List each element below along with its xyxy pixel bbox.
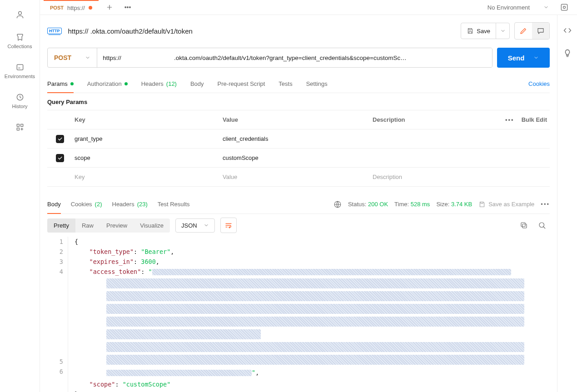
resp-tab-headers-count: (23) <box>137 201 148 208</box>
active-indicator-icon <box>70 82 74 85</box>
param-key-placeholder[interactable]: Key <box>73 174 223 180</box>
save-icon <box>478 201 486 208</box>
copy-response-button[interactable] <box>516 218 532 233</box>
view-raw[interactable]: Raw <box>75 218 100 233</box>
size-label: Size: <box>436 201 449 208</box>
table-row[interactable]: grant_type client_credentials <box>47 129 550 149</box>
svg-rect-1 <box>17 65 23 70</box>
size-value: 3.74 KB <box>451 201 472 208</box>
tab-settings[interactable]: Settings <box>306 75 328 93</box>
save-as-example-button[interactable]: Save as Example <box>478 201 534 208</box>
tab-headers-label: Headers <box>141 80 164 87</box>
code-token: "access_token" <box>90 268 141 275</box>
tab-params[interactable]: Params <box>47 75 74 93</box>
tab-params-label: Params <box>47 80 68 87</box>
code-token: "token_type" <box>90 248 134 255</box>
param-value[interactable]: customScope <box>223 154 373 161</box>
wrap-lines-button[interactable] <box>220 218 237 233</box>
time-value: 528 ms <box>411 201 430 208</box>
globe-icon[interactable] <box>333 200 342 208</box>
tab-overflow-button[interactable]: ••• <box>120 0 135 15</box>
environment-select[interactable]: No Environment <box>483 4 553 11</box>
nav-history[interactable]: History <box>0 88 40 114</box>
editor-mode-toggle <box>514 22 550 40</box>
body-format-value: JSON <box>181 222 197 229</box>
resp-tab-body-label: Body <box>47 201 61 208</box>
col-description: Description <box>373 116 495 123</box>
tab-prerequest[interactable]: Pre-request Script <box>218 75 265 93</box>
search-response-button[interactable] <box>534 218 550 233</box>
check-icon <box>57 136 63 142</box>
resp-tab-cookies-label: Cookies <box>71 201 92 208</box>
copy-icon <box>520 221 528 229</box>
save-button[interactable]: Save <box>461 23 510 39</box>
environment-quicklook-icon[interactable] <box>560 3 569 12</box>
right-context-bar <box>557 15 577 392</box>
resp-tab-body[interactable]: Body <box>47 195 61 213</box>
response-body-code[interactable]: 1234 56 { "token_type": "Bearer", "expir… <box>47 237 550 392</box>
request-name[interactable]: https:// .okta.com/oauth2/default/v1/tok… <box>68 27 193 35</box>
table-row-new[interactable]: Key Value Description <box>47 168 550 187</box>
code-snippet-icon[interactable] <box>563 26 572 35</box>
person-icon <box>15 10 25 19</box>
svg-rect-10 <box>521 223 525 227</box>
check-icon <box>57 155 63 161</box>
active-indicator-icon <box>124 82 128 85</box>
tab-authorization[interactable]: Authorization <box>87 75 128 93</box>
param-key[interactable]: grant_type <box>73 135 223 142</box>
svg-rect-5 <box>17 128 19 130</box>
comment-mode-button[interactable] <box>532 23 549 39</box>
body-format-select[interactable]: JSON <box>175 218 215 233</box>
resp-tab-headers-label: Headers <box>112 201 134 208</box>
tab-tests[interactable]: Tests <box>279 75 292 93</box>
resp-tab-headers[interactable]: Headers (23) <box>112 195 148 213</box>
row-checkbox[interactable] <box>56 135 64 143</box>
svg-point-7 <box>563 6 566 9</box>
save-label: Save <box>477 28 490 35</box>
build-mode-button[interactable] <box>515 23 532 39</box>
unsaved-dot-icon <box>89 6 92 10</box>
pencil-icon <box>519 27 527 35</box>
view-preview[interactable]: Preview <box>100 218 134 233</box>
nav-more[interactable] <box>0 118 40 136</box>
lightbulb-icon[interactable] <box>563 49 572 58</box>
more-options-button[interactable]: ••• <box>505 116 514 123</box>
table-row[interactable]: scope customScope <box>47 149 550 168</box>
save-dropdown[interactable] <box>496 23 509 39</box>
code-token: "expires_in" <box>90 258 134 265</box>
tab-method: POST <box>50 5 64 10</box>
code-token: "customScope" <box>123 381 171 388</box>
code-token: "scope" <box>90 381 115 388</box>
param-key[interactable]: scope <box>73 154 223 161</box>
save-example-label: Save as Example <box>488 201 534 208</box>
bulk-edit-button[interactable]: Bulk Edit <box>522 116 547 123</box>
request-tab[interactable]: POST https:// <box>44 0 99 15</box>
param-desc-placeholder[interactable]: Description <box>373 174 495 180</box>
param-value[interactable]: client_credentials <box>223 135 373 142</box>
response-more-button[interactable]: ••• <box>541 201 550 208</box>
view-pretty[interactable]: Pretty <box>47 218 75 233</box>
method-value: POST <box>54 54 71 61</box>
tab-tests-label: Tests <box>279 80 292 87</box>
row-checkbox[interactable] <box>56 154 64 162</box>
status-label: Status: <box>348 201 366 208</box>
resp-tab-test-results[interactable]: Test Results <box>158 195 190 213</box>
view-visualize[interactable]: Visualize <box>134 218 170 233</box>
cookies-link[interactable]: Cookies <box>528 80 550 87</box>
chevron-down-icon <box>543 5 549 10</box>
nav-environments[interactable]: Environments <box>0 58 40 84</box>
new-tab-button[interactable] <box>102 0 117 15</box>
line-gutter: 1234 56 <box>47 237 68 392</box>
nav-collections[interactable]: Collections <box>0 28 40 54</box>
http-badge-icon: HTTP <box>47 28 62 34</box>
method-select[interactable]: POST <box>48 48 97 67</box>
param-value-placeholder[interactable]: Value <box>223 174 373 180</box>
resp-tab-cookies[interactable]: Cookies (2) <box>71 195 102 213</box>
response-body-toolbar: Pretty Raw Preview Visualize JSON <box>47 214 550 237</box>
url-input[interactable] <box>97 48 492 67</box>
tab-headers[interactable]: Headers (12) <box>141 75 177 93</box>
account-menu[interactable] <box>0 5 40 24</box>
grid-plus-icon <box>15 123 25 132</box>
tab-body[interactable]: Body <box>190 75 204 93</box>
send-button[interactable]: Send <box>497 48 550 68</box>
